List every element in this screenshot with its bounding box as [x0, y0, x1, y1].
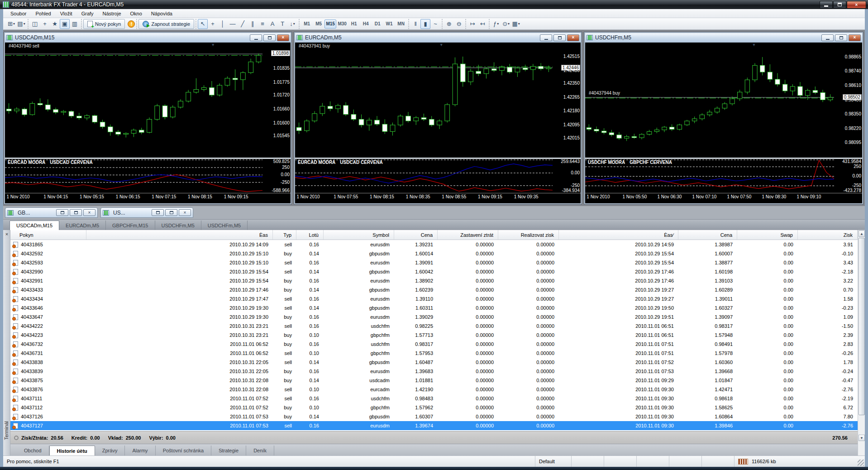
- terminal-close-icon[interactable]: ×: [4, 232, 10, 237]
- enable-strategies-button[interactable]: Zapnout strategie: [138, 19, 194, 29]
- column-header-9[interactable]: Cena: [678, 230, 737, 240]
- child-restore-button[interactable]: [553, 34, 566, 41]
- arrows-button[interactable]: ↓▾: [287, 19, 297, 29]
- minimized-window-us[interactable]: US...×: [100, 207, 193, 218]
- auto-scroll-button[interactable]: ↦: [467, 19, 477, 29]
- table-row[interactable]: 404325932010.10.29 15:10sell0.16eurusdm1…: [10, 258, 858, 267]
- terminal-tab-potovnschrnka[interactable]: Poštovní schránka: [156, 446, 212, 456]
- new-order-button[interactable]: Nový pokyn: [83, 19, 125, 29]
- terminal-tab-denk[interactable]: Deník: [246, 446, 274, 456]
- child-minimize-button[interactable]: [821, 34, 834, 41]
- table-row[interactable]: 404336472010.10.29 19:30buy0.16eurusdm1.…: [10, 312, 858, 321]
- chart-shift-button[interactable]: ↤: [477, 19, 487, 29]
- table-row[interactable]: 404371272010.11.01 07:53sell0.16eurusdm1…: [10, 421, 858, 430]
- table-row[interactable]: 404336462010.10.29 19:30sell0.14gbpusdm1…: [10, 303, 858, 312]
- table-row[interactable]: 404318652010.10.29 14:09sell0.16eurusdm1…: [10, 240, 858, 249]
- line-chart-button[interactable]: ~: [430, 19, 440, 29]
- vertical-line-button[interactable]: │: [218, 19, 228, 29]
- new-chart-button[interactable]: ⊞▾: [6, 19, 16, 29]
- table-row[interactable]: 404329912010.10.29 15:54buy0.16eurusdm1.…: [10, 276, 858, 285]
- column-header-0[interactable]: Pokyn: [10, 230, 86, 240]
- timeframe-m30-button[interactable]: M30: [336, 19, 348, 29]
- timeframe-m1-button[interactable]: M1: [301, 19, 313, 29]
- trendline-button[interactable]: ╱: [238, 19, 248, 29]
- status-profile[interactable]: Default: [535, 456, 572, 467]
- child-restore-button[interactable]: [835, 34, 847, 41]
- table-row[interactable]: 404342232010.10.31 23:21buy0.10gbpchfm1.…: [10, 331, 858, 340]
- chevron-down-icon[interactable]: ▾: [518, 22, 520, 26]
- child-close-button[interactable]: ×: [277, 34, 289, 41]
- warning-icon[interactable]: !: [128, 20, 135, 28]
- child-close-button[interactable]: ×: [567, 34, 579, 41]
- navigator-button[interactable]: ★: [50, 19, 60, 29]
- table-row[interactable]: 404371112010.11.01 07:52sell0.16usdchfm0…: [10, 394, 858, 403]
- equidistant-channel-button[interactable]: ∥: [248, 19, 258, 29]
- chart-window-titlebar[interactable]: USDCHFm,M5×: [585, 33, 862, 43]
- mini-close-button[interactable]: ×: [83, 209, 95, 216]
- chevron-down-icon[interactable]: ▾: [497, 22, 499, 26]
- bar-chart-button[interactable]: ‖: [410, 19, 420, 29]
- table-row[interactable]: 404338762010.10.31 22:08sell0.10eurcadm1…: [10, 385, 858, 394]
- column-header-2[interactable]: Typ: [273, 230, 296, 240]
- fibonacci-retracement-button[interactable]: ≡: [258, 19, 267, 29]
- menu-item-vloit[interactable]: Vložit: [56, 10, 77, 17]
- resize-grip[interactable]: [858, 460, 864, 466]
- text-label-button[interactable]: T: [277, 19, 287, 29]
- column-header-3[interactable]: Lotù: [296, 230, 324, 240]
- menu-item-grafy[interactable]: Grafy: [77, 10, 98, 17]
- menu-item-npovda[interactable]: Nápovìda: [147, 10, 177, 17]
- scrollbar-thumb[interactable]: [858, 238, 865, 415]
- table-row[interactable]: 404367322010.11.01 06:52buy0.16usdchfm0.…: [10, 340, 858, 349]
- chart-tab-gbpchfmm15[interactable]: GBPCHFm,M15: [106, 221, 155, 230]
- menu-item-pohled[interactable]: Pohled: [31, 10, 55, 17]
- column-header-6[interactable]: Zastavení ztrát: [438, 230, 498, 240]
- chart-window-titlebar[interactable]: USDCADm,M15×: [5, 33, 291, 43]
- periods-button[interactable]: ⊙▾: [501, 19, 511, 29]
- indicators-button[interactable]: ƒ▾: [491, 19, 501, 29]
- terminal-tab-obchod[interactable]: Obchod: [17, 446, 49, 456]
- candlestick-chart-button[interactable]: ▮: [420, 19, 430, 29]
- cursor-button[interactable]: ↖: [198, 19, 208, 29]
- table-row[interactable]: 404371262010.11.01 07:53buy0.14gbpusdm1.…: [10, 412, 858, 421]
- chart-tab-usdchfmm5[interactable]: USDCHFm,M5: [155, 221, 201, 230]
- column-header-5[interactable]: Cena: [394, 230, 438, 240]
- chevron-down-icon[interactable]: ▾: [13, 22, 15, 26]
- chart-tab-usdcadmm15[interactable]: USDCADm,M15: [10, 221, 59, 230]
- column-header-8[interactable]: Èas ∕: [559, 230, 678, 240]
- terminal-tab-historietu[interactable]: Historie úètu: [49, 446, 95, 456]
- terminal-tab-alarmy[interactable]: Alarmy: [125, 446, 155, 456]
- minimized-window-gb[interactable]: GB...×: [5, 207, 98, 218]
- scroll-down-icon[interactable]: ▼: [858, 435, 865, 441]
- minimize-button[interactable]: [820, 1, 833, 9]
- crosshair-button[interactable]: +: [208, 19, 218, 29]
- table-row[interactable]: 404367312010.11.01 06:52sell0.10gbpchfm1…: [10, 349, 858, 358]
- column-header-10[interactable]: Swap: [737, 230, 798, 240]
- chart-tab-eurcadmm5[interactable]: EURCADm,M5: [59, 221, 106, 230]
- table-row[interactable]: 404371122010.11.01 07:52buy0.10gbpchfm1.…: [10, 403, 858, 412]
- timeframe-d1-button[interactable]: D1: [372, 19, 383, 29]
- title-bar[interactable]: 48544: Interbank FX Trader 4 - EURCADm,M…: [0, 0, 868, 9]
- timeframe-m15-button[interactable]: M15: [324, 19, 336, 29]
- child-minimize-button[interactable]: [250, 34, 262, 41]
- terminal-tab-zprvy[interactable]: Zprávy: [95, 446, 125, 456]
- terminal-panel-button[interactable]: ▣: [60, 19, 70, 29]
- table-row[interactable]: 404329902010.10.29 15:54sell0.14gbpusdm1…: [10, 267, 858, 276]
- mini-maximize-button[interactable]: [70, 209, 82, 216]
- menu-item-soubor[interactable]: Soubor: [6, 10, 31, 17]
- text-button[interactable]: A: [267, 19, 277, 29]
- chevron-down-icon[interactable]: ▾: [508, 22, 510, 26]
- mini-restore-button[interactable]: [152, 209, 164, 216]
- market-watch-button[interactable]: ◫: [30, 19, 40, 29]
- chevron-down-icon[interactable]: ▾: [293, 22, 295, 26]
- timeframe-m5-button[interactable]: M5: [313, 19, 324, 29]
- table-row[interactable]: 404325922010.10.29 15:10buy0.14gbpusdm1.…: [10, 249, 858, 258]
- table-row[interactable]: 404338392010.10.31 22:05buy0.16eurusdm1.…: [10, 367, 858, 376]
- table-row[interactable]: 404334342010.10.29 17:47sell0.16eurusdm1…: [10, 294, 858, 303]
- chart-tab-usdchfmm5[interactable]: USDCHFm,M5: [201, 221, 248, 230]
- mini-close-button[interactable]: ×: [179, 209, 191, 216]
- scroll-up-icon[interactable]: ▲: [858, 230, 865, 237]
- timeframe-mn-button[interactable]: MN: [395, 19, 407, 29]
- timeframe-h1-button[interactable]: H1: [348, 19, 360, 29]
- timeframe-h4-button[interactable]: H4: [360, 19, 372, 29]
- table-row[interactable]: 404342222010.10.31 23:21sell0.16usdchfm0…: [10, 321, 858, 331]
